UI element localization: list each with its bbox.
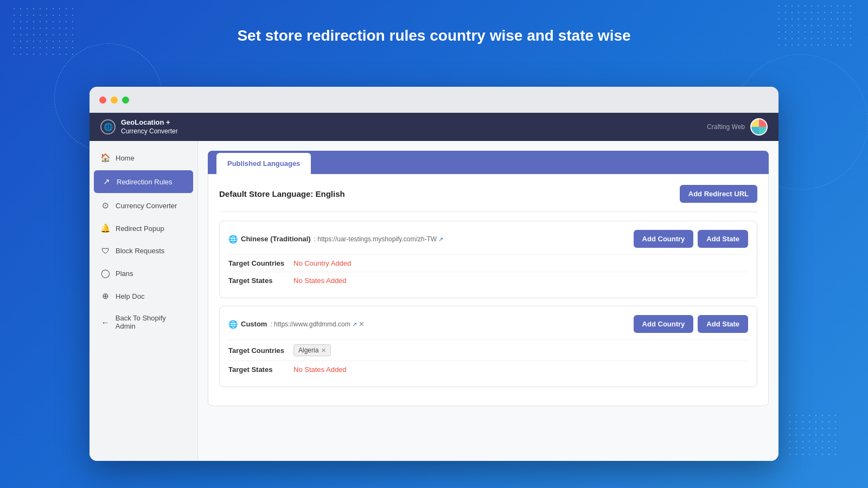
sidebar-item-currency-converter[interactable]: ⊙Currency Converter [90, 194, 197, 217]
main-area: 🏠Home↗Redirection Rules⊙Currency Convert… [90, 141, 778, 461]
app-layout: 🌐 GeoLocation + Currency Converter Craft… [90, 113, 778, 461]
close-button[interactable] [99, 97, 106, 104]
language-name-chinese-traditional: Chinese (Traditional) [241, 235, 311, 243]
avatar[interactable] [750, 118, 768, 136]
language-card-custom: 🌐Custom : https://www.gdfdmmd.com ↗ ✕Add… [219, 306, 757, 387]
default-store-label: Default Store Language: English [219, 189, 345, 198]
language-name-custom: Custom [241, 320, 267, 328]
sidebar-label-back-shopify: Back To Shopify Admin [116, 314, 187, 330]
tab-bar: Published Languages [208, 151, 769, 174]
browser-chrome [90, 87, 778, 113]
sidebar-label-plans: Plans [116, 269, 133, 278]
sidebar-icon-help-doc: ⊕ [100, 291, 110, 301]
language-info-chinese-traditional: 🌐Chinese (Traditional) : https://uar-tes… [228, 235, 443, 243]
sidebar-icon-redirect-popup: 🔔 [100, 223, 110, 233]
tab-published-languages[interactable]: Published Languages [216, 153, 311, 174]
add-redirect-url-button[interactable]: Add Redirect URL [680, 185, 757, 203]
sidebar-icon-home: 🏠 [100, 153, 110, 163]
language-cards: 🌐Chinese (Traditional) : https://uar-tes… [219, 221, 757, 387]
flag-icon-chinese-traditional: 🌐 [228, 235, 238, 243]
add-state-button-custom[interactable]: Add State [698, 315, 748, 333]
sidebar-label-home: Home [116, 154, 135, 162]
sidebar-item-plans[interactable]: ◯Plans [90, 262, 197, 285]
language-actions-chinese-traditional: Add CountryAdd State [634, 230, 748, 248]
language-actions-custom: Add CountryAdd State [634, 315, 748, 333]
sidebar-label-help-doc: Help Doc [116, 292, 144, 300]
sidebar-item-redirect-popup[interactable]: 🔔Redirect Popup [90, 217, 197, 240]
target-countries-row-chinese-traditional: Target CountriesNo Country Added [228, 254, 748, 272]
browser-window: 🌐 GeoLocation + Currency Converter Craft… [90, 87, 778, 461]
language-card-chinese-traditional: 🌐Chinese (Traditional) : https://uar-tes… [219, 221, 757, 298]
header-right: Crafting Web [707, 118, 768, 136]
content-panel[interactable]: Published Languages Default Store Langua… [198, 141, 778, 461]
sidebar-label-redirection-rules: Redirection Rules [117, 178, 173, 186]
minimize-button[interactable] [111, 97, 118, 104]
language-url-custom: : https://www.gdfdmmd.com ↗ ✕ [270, 320, 365, 328]
sidebar-item-block-requests[interactable]: 🛡Block Requests [90, 240, 197, 262]
app-name-line2: Currency Converter [121, 127, 178, 136]
language-url-chinese-traditional: : https://uar-testings.myshopify.com/zh-… [314, 235, 444, 243]
add-country-button-chinese-traditional[interactable]: Add Country [634, 230, 694, 248]
sidebar-icon-currency-converter: ⊙ [100, 201, 110, 210]
sidebar-label-currency-converter: Currency Converter [116, 202, 177, 210]
sidebar-icon-plans: ◯ [100, 268, 110, 278]
no-states-text-chinese-traditional: No States Added [293, 277, 347, 285]
no-country-text-chinese-traditional: No Country Added [293, 259, 351, 267]
target-states-label-chinese-traditional: Target States [228, 277, 288, 285]
language-info-custom: 🌐Custom : https://www.gdfdmmd.com ↗ ✕ [228, 320, 365, 329]
sidebar-label-block-requests: Block Requests [116, 247, 164, 255]
logo-text: GeoLocation + Currency Converter [121, 118, 178, 136]
sidebar-icon-block-requests: 🛡 [100, 246, 110, 255]
header-logo: 🌐 GeoLocation + Currency Converter [100, 118, 178, 136]
target-countries-label-chinese-traditional: Target Countries [228, 259, 288, 267]
add-state-button-chinese-traditional[interactable]: Add State [698, 230, 748, 248]
sidebar-item-help-doc[interactable]: ⊕Help Doc [90, 285, 197, 307]
target-countries-row-custom: Target CountriesAlgeria ✕ [228, 339, 748, 361]
decorative-dots-bottomright [787, 412, 841, 455]
sidebar-label-redirect-popup: Redirect Popup [116, 224, 164, 233]
panel-content: Default Store Language: English Add Redi… [208, 174, 769, 406]
sidebar-item-redirection-rules[interactable]: ↗Redirection Rules [94, 170, 193, 193]
flag-icon-custom: 🌐 [228, 320, 238, 329]
sidebar-item-back-shopify[interactable]: ←Back To Shopify Admin [90, 307, 197, 337]
target-states-row-custom: Target StatesNo States Added [228, 361, 748, 378]
maximize-button[interactable] [122, 97, 129, 104]
target-countries-label-custom: Target Countries [228, 346, 288, 355]
sidebar: 🏠Home↗Redirection Rules⊙Currency Convert… [90, 141, 198, 461]
page-title: Set store redirection rules country wise… [0, 27, 868, 44]
sidebar-icon-redirection-rules: ↗ [101, 177, 111, 187]
add-country-button-custom[interactable]: Add Country [634, 315, 694, 333]
language-header-custom: 🌐Custom : https://www.gdfdmmd.com ↗ ✕Add… [228, 315, 748, 333]
user-name: Crafting Web [707, 123, 745, 131]
delete-custom-url[interactable]: ✕ [359, 320, 365, 328]
target-states-row-chinese-traditional: Target StatesNo States Added [228, 272, 748, 289]
app-name-line1: GeoLocation + [121, 118, 178, 127]
remove-country-algeria[interactable]: ✕ [321, 347, 326, 354]
logo-icon: 🌐 [100, 119, 116, 134]
sidebar-icon-back-shopify: ← [100, 318, 110, 327]
sidebar-item-home[interactable]: 🏠Home [90, 146, 197, 169]
default-store-row: Default Store Language: English Add Redi… [219, 185, 757, 212]
language-header-chinese-traditional: 🌐Chinese (Traditional) : https://uar-tes… [228, 230, 748, 248]
country-chip-algeria: Algeria ✕ [293, 344, 331, 356]
app-header: 🌐 GeoLocation + Currency Converter Craft… [90, 113, 778, 141]
no-states-text-custom: No States Added [293, 365, 347, 374]
target-states-label-custom: Target States [228, 365, 288, 374]
